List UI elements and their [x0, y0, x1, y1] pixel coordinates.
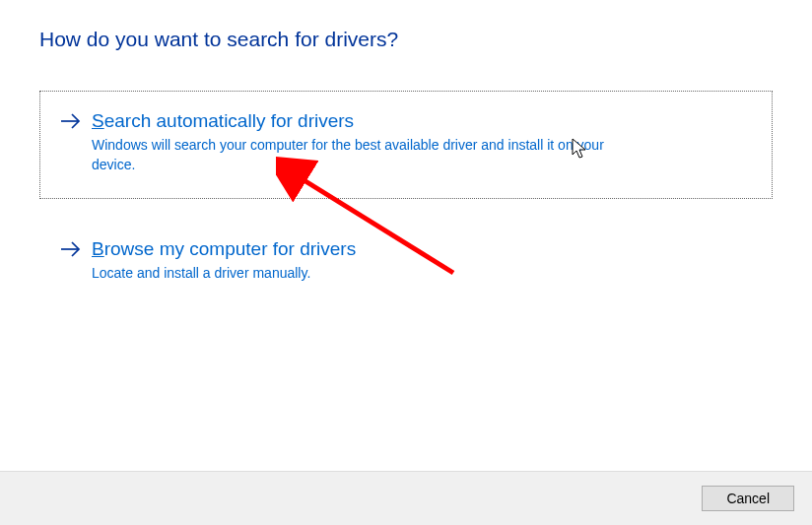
cancel-button[interactable]: Cancel — [702, 486, 794, 511]
arrow-right-icon — [60, 239, 82, 263]
option-title: Search automatically for drivers — [92, 109, 752, 133]
option-search-automatically[interactable]: Search automatically for drivers Windows… — [39, 91, 773, 199]
option-title: Browse my computer for drivers — [92, 237, 752, 261]
option-browse-computer[interactable]: Browse my computer for drivers Locate an… — [39, 219, 773, 307]
arrow-right-icon — [60, 111, 82, 135]
page-title: How do you want to search for drivers? — [39, 28, 773, 51]
dialog-footer: Cancel — [0, 471, 812, 525]
option-description: Locate and install a driver manually. — [92, 263, 643, 283]
option-description: Windows will search your computer for th… — [92, 135, 643, 174]
main-content: How do you want to search for drivers? S… — [0, 0, 812, 307]
